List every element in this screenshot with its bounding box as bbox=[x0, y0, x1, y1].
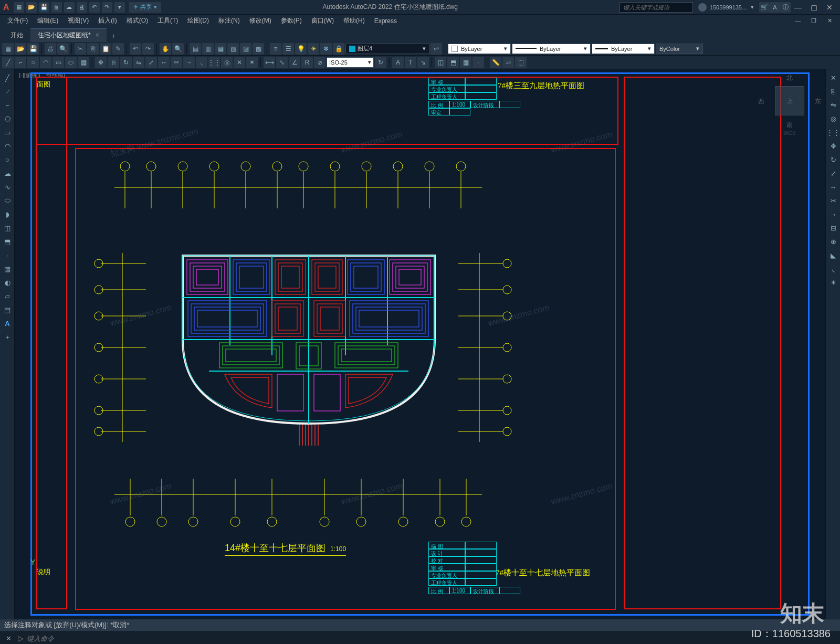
scale-r-icon[interactable]: ⤢ bbox=[827, 167, 839, 180]
preview-icon[interactable]: 🔍 bbox=[57, 43, 69, 55]
app-icon[interactable]: A bbox=[770, 2, 780, 13]
menu-view[interactable]: 视图(V) bbox=[64, 15, 93, 26]
sun-icon[interactable]: ☀ bbox=[308, 43, 319, 55]
menu-tools[interactable]: 工具(T) bbox=[153, 15, 182, 26]
array-icon[interactable]: ⋮⋮ bbox=[208, 57, 220, 68]
tab-new-button[interactable]: + bbox=[107, 30, 121, 42]
drawing-canvas[interactable]: [-][俯视][二维线框] 面图 说明 Y 7#楼三至九层地热平面图 审 核 专… bbox=[15, 69, 825, 619]
polyline-tool-icon[interactable]: ⌐ bbox=[1, 99, 14, 111]
close-cmd-icon[interactable]: ✕ bbox=[2, 632, 15, 644]
join-r-icon[interactable]: ⊕ bbox=[827, 235, 839, 248]
sheetset-icon[interactable]: ▧ bbox=[227, 43, 239, 55]
redo-icon[interactable]: ↷ bbox=[142, 43, 154, 55]
fillet-r-icon[interactable]: ◟ bbox=[827, 262, 839, 275]
qat-plot-icon[interactable]: 🖨 bbox=[77, 2, 87, 13]
extend-icon[interactable]: → bbox=[183, 57, 195, 68]
minimize-button[interactable]: — bbox=[791, 2, 805, 13]
compass-west[interactable]: 西 bbox=[758, 97, 764, 106]
lineweight-dropdown[interactable]: ByLayer▾ bbox=[592, 44, 655, 54]
dim-linear-icon[interactable]: ⟷ bbox=[264, 57, 275, 68]
layer-dropdown[interactable]: 图层4 ▾ bbox=[345, 44, 429, 54]
freeze-icon[interactable]: ❄ bbox=[320, 43, 332, 55]
erase-r-icon[interactable]: ✕ bbox=[827, 71, 839, 84]
dim-angular-icon[interactable]: ∠ bbox=[289, 57, 300, 68]
tab-close-icon[interactable]: × bbox=[96, 31, 99, 39]
qat-redo-icon[interactable]: ↷ bbox=[102, 2, 112, 13]
menu-dimension[interactable]: 标注(N) bbox=[214, 15, 244, 26]
hatch-tool-icon[interactable]: ▦ bbox=[1, 262, 14, 275]
array-r-icon[interactable]: ⋮⋮ bbox=[827, 126, 839, 139]
undo-icon[interactable]: ↶ bbox=[130, 43, 141, 55]
arc-tool-icon[interactable]: ◠ bbox=[1, 140, 14, 152]
circle-tool-icon[interactable]: ○ bbox=[1, 153, 14, 166]
break-r-icon[interactable]: ⊟ bbox=[827, 221, 839, 234]
mirror-r-icon[interactable]: ⇋ bbox=[827, 99, 839, 111]
match-icon[interactable]: ✎ bbox=[112, 43, 124, 55]
zoom-icon[interactable]: 🔍 bbox=[172, 43, 184, 55]
share-button[interactable]: ✈ 共享 ▾ bbox=[129, 2, 161, 13]
block-tool-icon[interactable]: ⬒ bbox=[1, 235, 14, 248]
fillet-icon[interactable]: ◟ bbox=[196, 57, 207, 68]
close-button[interactable]: ✕ bbox=[822, 2, 837, 13]
mtext-icon[interactable]: T bbox=[405, 57, 416, 68]
offset-r-icon[interactable]: ◎ bbox=[827, 112, 839, 125]
menu-file[interactable]: 文件(F) bbox=[3, 15, 32, 26]
arc-icon[interactable]: ◠ bbox=[40, 57, 51, 68]
point-icon[interactable]: · bbox=[472, 57, 484, 68]
spline-tool-icon[interactable]: ∿ bbox=[1, 181, 14, 193]
explode-r-icon[interactable]: ✶ bbox=[827, 276, 839, 289]
qat-save-icon[interactable]: 💾 bbox=[39, 2, 49, 13]
qat-undo-icon[interactable]: ↶ bbox=[89, 2, 100, 13]
dim-radius-icon[interactable]: R bbox=[301, 57, 313, 68]
text-icon[interactable]: A bbox=[392, 57, 404, 68]
insert-icon[interactable]: ⬒ bbox=[447, 57, 459, 68]
doc-minimize-button[interactable]: — bbox=[791, 16, 805, 26]
block-icon[interactable]: ◫ bbox=[435, 57, 446, 68]
tab-start[interactable]: 开始 bbox=[3, 29, 30, 42]
region-tool-icon[interactable]: ▱ bbox=[1, 290, 14, 302]
group-icon[interactable]: ⬚ bbox=[515, 57, 527, 68]
rotate-r-icon[interactable]: ↻ bbox=[827, 153, 839, 166]
cart-icon[interactable]: 🛒 bbox=[759, 2, 770, 13]
menu-draw[interactable]: 绘图(D) bbox=[183, 15, 213, 26]
point-tool-icon[interactable]: · bbox=[1, 249, 14, 261]
light-on-icon[interactable]: 💡 bbox=[295, 43, 307, 55]
linetype-dropdown[interactable]: ByLayer▾ bbox=[512, 44, 591, 54]
trim-r-icon[interactable]: ✂ bbox=[827, 194, 839, 207]
help-search-input[interactable] bbox=[620, 2, 693, 13]
markup-icon[interactable]: ▨ bbox=[240, 43, 251, 55]
rect-tool-icon[interactable]: ▭ bbox=[1, 126, 14, 139]
rectangle-icon[interactable]: ▭ bbox=[52, 57, 64, 68]
erase-icon[interactable]: ✕ bbox=[234, 57, 245, 68]
table-tool-icon[interactable]: ▤ bbox=[1, 303, 14, 316]
paste-icon[interactable]: 📋 bbox=[100, 43, 111, 55]
qat-saveas-icon[interactable]: 🗎 bbox=[51, 2, 62, 13]
stretch-icon[interactable]: ↔ bbox=[158, 57, 170, 68]
ellipse-tool-icon[interactable]: ⬭ bbox=[1, 194, 14, 207]
tab-file[interactable]: 住宅小区地暖图纸* × bbox=[30, 28, 107, 42]
insert-tool-icon[interactable]: ◫ bbox=[1, 221, 14, 234]
region-icon[interactable]: ▱ bbox=[502, 57, 514, 68]
wcs-label[interactable]: WCS bbox=[783, 130, 795, 136]
qat-open-icon[interactable]: 📂 bbox=[26, 2, 37, 13]
viewcube[interactable]: 上 bbox=[775, 86, 804, 115]
dim-update-icon[interactable]: ↻ bbox=[375, 57, 386, 68]
layerstate-icon[interactable]: ☰ bbox=[282, 43, 294, 55]
toolpalette-icon[interactable]: ▦ bbox=[215, 43, 226, 55]
doc-close-button[interactable]: ✕ bbox=[822, 16, 837, 26]
dimstyle-dropdown[interactable]: ISO-25▾ bbox=[327, 57, 374, 68]
trim-icon[interactable]: ✂ bbox=[171, 57, 182, 68]
explode-icon[interactable]: ✶ bbox=[246, 57, 258, 68]
menu-window[interactable]: 窗口(W) bbox=[307, 15, 338, 26]
gradient-tool-icon[interactable]: ◐ bbox=[1, 276, 14, 289]
properties-icon[interactable]: ▤ bbox=[190, 43, 201, 55]
scale-icon[interactable]: ⤢ bbox=[145, 57, 157, 68]
compass-north[interactable]: 北 bbox=[786, 73, 793, 82]
table-icon[interactable]: ▦ bbox=[460, 57, 471, 68]
new-icon[interactable]: ▦ bbox=[2, 43, 14, 55]
compass-south[interactable]: 南 bbox=[786, 121, 793, 130]
mtext-tool-icon[interactable]: A bbox=[1, 317, 14, 330]
move-icon[interactable]: ✥ bbox=[95, 57, 107, 68]
color-dropdown[interactable]: ByLayer▾ bbox=[448, 44, 511, 54]
pan-icon[interactable]: ✋ bbox=[160, 43, 171, 55]
